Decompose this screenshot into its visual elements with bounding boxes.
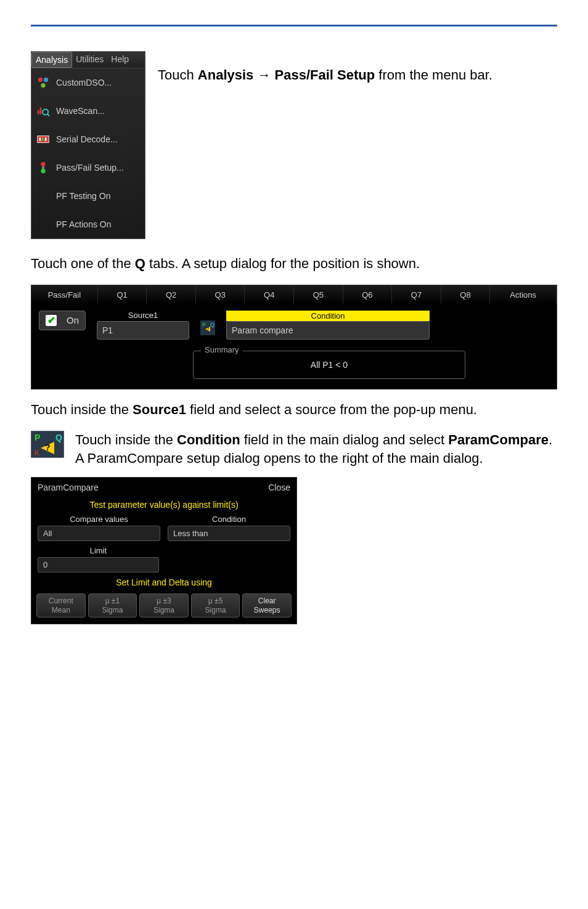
- svg-text:Q: Q: [55, 433, 62, 442]
- condition-label: Condition: [168, 515, 290, 524]
- svg-rect-12: [42, 166, 44, 169]
- svg-point-1: [44, 78, 48, 82]
- blank-icon: [36, 189, 50, 203]
- btn-line1: Current: [38, 597, 84, 605]
- condition-field-container: Condition Param compare: [226, 311, 430, 340]
- svg-rect-10: [45, 137, 47, 141]
- text: Touch inside the: [31, 402, 133, 417]
- tab-q6[interactable]: Q6: [343, 285, 393, 304]
- check-icon: ✔: [46, 315, 57, 326]
- paramcompare-dialog: ParamCompare Close Test parameter value(…: [31, 477, 297, 624]
- menu-item-serialdecode[interactable]: Serial Decode...: [31, 125, 145, 153]
- text: from the menu bar.: [375, 67, 492, 83]
- on-label: On: [67, 315, 79, 325]
- text: Touch inside the: [75, 432, 177, 447]
- svg-text:P: P: [202, 322, 206, 328]
- source1-field[interactable]: P1: [97, 321, 189, 340]
- summary-legend: Summary: [201, 345, 243, 354]
- btn-line1: µ ±5: [193, 597, 239, 605]
- text-bold: Source1: [133, 402, 186, 417]
- svg-text:K: K: [35, 449, 39, 457]
- btn-line2: Mean: [38, 606, 84, 614]
- analysis-dropdown-menu: Analysis Utilities Help CustomDSO... Wav…: [31, 51, 145, 239]
- svg-rect-9: [42, 137, 44, 141]
- text: field and select a source from the pop-u…: [186, 402, 477, 417]
- source1-field-container: Source1 P1: [97, 311, 189, 340]
- btn-line1: µ ±3: [141, 597, 187, 605]
- svg-rect-4: [40, 108, 42, 115]
- tab-q5[interactable]: Q5: [294, 285, 343, 304]
- menu-item-pftesting[interactable]: PF Testing On: [31, 182, 145, 210]
- btn-line2: Sweeps: [244, 606, 290, 614]
- svg-text:?: ?: [45, 442, 51, 452]
- sigma5-button[interactable]: µ ±5 Sigma: [191, 593, 240, 618]
- menu-item-label: CustomDSO...: [56, 78, 112, 88]
- compare-values-label: Compare values: [38, 515, 160, 524]
- paramcompare-heading: Test parameter value(s) against limit(s): [31, 497, 296, 512]
- text-bold: Condition: [177, 432, 240, 447]
- on-checkbox[interactable]: ✔ On: [39, 311, 86, 330]
- wavescan-icon: [36, 104, 50, 118]
- tab-actions[interactable]: Actions: [490, 285, 557, 304]
- tab-q2[interactable]: Q2: [147, 285, 196, 304]
- divider: [31, 25, 557, 26]
- menu-bar: Analysis Utilities Help: [31, 52, 145, 68]
- close-button[interactable]: Close: [268, 483, 290, 492]
- svg-line-6: [47, 114, 49, 116]
- menu-item-pfactions[interactable]: PF Actions On: [31, 210, 145, 238]
- tab-q4[interactable]: Q4: [245, 285, 294, 304]
- instruction-text-3: Touch inside the Source1 field and selec…: [31, 401, 557, 420]
- limit-field[interactable]: 0: [38, 557, 159, 573]
- menu-item-label: WaveScan...: [56, 106, 105, 116]
- tab-q1[interactable]: Q1: [98, 285, 147, 304]
- paramcompare-icon: PQ?: [200, 320, 215, 335]
- serialdecode-icon: [36, 132, 50, 146]
- limit-label: Limit: [38, 546, 159, 555]
- menu-analysis[interactable]: Analysis: [31, 52, 72, 68]
- tab-passfail[interactable]: Pass/Fail: [31, 285, 98, 304]
- condition-value: Param compare: [232, 325, 293, 335]
- text-bold: Q: [135, 256, 145, 271]
- instruction-text-1: Touch Analysis → Pass/Fail Setup from th…: [158, 62, 557, 228]
- tab-q3[interactable]: Q3: [196, 285, 245, 304]
- passfail-icon: [36, 161, 50, 174]
- condition-field[interactable]: Less than: [168, 526, 290, 541]
- menu-item-label: PF Actions On: [56, 219, 111, 229]
- paramcompare-title: ParamCompare: [38, 483, 99, 492]
- text-bold: Pass/Fail Setup: [275, 67, 375, 83]
- menu-item-customdso[interactable]: CustomDSO...: [31, 68, 145, 97]
- current-mean-button[interactable]: Current Mean: [36, 593, 86, 618]
- menu-help[interactable]: Help: [107, 52, 133, 68]
- svg-point-0: [38, 78, 43, 82]
- svg-rect-3: [38, 110, 39, 114]
- clear-sweeps-button[interactable]: Clear Sweeps: [242, 593, 292, 618]
- compare-values-field[interactable]: All: [38, 526, 160, 541]
- text: tabs. A setup dialog for the position is…: [145, 256, 420, 271]
- menu-item-passfail[interactable]: Pass/Fail Setup...: [31, 153, 145, 182]
- menu-item-wavescan[interactable]: WaveScan...: [31, 97, 145, 125]
- tab-q7[interactable]: Q7: [392, 285, 441, 304]
- svg-text:P: P: [35, 433, 40, 442]
- btn-line2: Sigma: [90, 606, 136, 614]
- svg-point-2: [41, 83, 45, 88]
- menu-item-label: Pass/Fail Setup...: [56, 163, 124, 173]
- btn-line1: Clear: [244, 597, 290, 605]
- instruction-text-2: Touch one of the Q tabs. A setup dialog …: [31, 255, 557, 274]
- summary-box: Summary All P1 < 0: [193, 351, 465, 379]
- sigma3-button[interactable]: µ ±3 Sigma: [139, 593, 189, 618]
- svg-text:Q: Q: [210, 322, 214, 328]
- menu-item-label: Serial Decode...: [56, 134, 118, 144]
- btn-line2: Sigma: [141, 606, 187, 614]
- summary-value: All P1 < 0: [311, 360, 348, 370]
- btn-line2: Sigma: [193, 606, 239, 614]
- svg-rect-8: [39, 137, 41, 141]
- menu-utilities[interactable]: Utilities: [72, 52, 107, 68]
- q-setup-dialog: Pass/Fail Q1 Q2 Q3 Q4 Q5 Q6 Q7 Q8 Action…: [31, 285, 557, 389]
- source1-label: Source1: [97, 311, 189, 320]
- tab-row: Pass/Fail Q1 Q2 Q3 Q4 Q5 Q6 Q7 Q8 Action…: [31, 285, 557, 304]
- svg-point-11: [41, 162, 45, 166]
- customdso-icon: [36, 76, 50, 89]
- sigma1-button[interactable]: µ ±1 Sigma: [88, 593, 137, 618]
- tab-q8[interactable]: Q8: [441, 285, 491, 304]
- condition-field[interactable]: Param compare: [226, 321, 430, 340]
